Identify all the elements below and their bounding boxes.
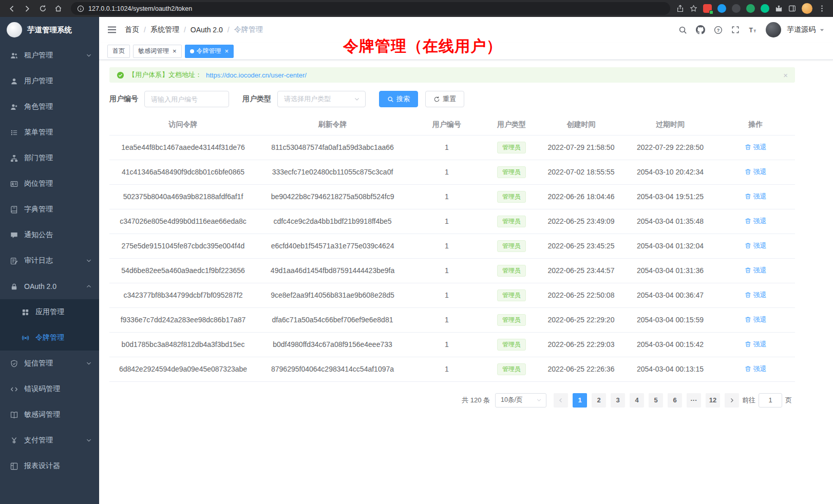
chevron-down-icon: [354, 96, 360, 102]
extension-badge: [709, 10, 713, 14]
sidebar-item-sms[interactable]: 短信管理: [0, 351, 99, 376]
sidebar-item-user[interactable]: 用户管理: [0, 68, 99, 94]
bookmark-star-icon[interactable]: [690, 5, 697, 12]
extension-icon-teal[interactable]: [761, 4, 769, 13]
extension-icon-blue[interactable]: [717, 4, 726, 13]
user-avatar[interactable]: [766, 22, 781, 37]
force-logout-button[interactable]: 强退: [745, 192, 767, 201]
sidebar-item-notice[interactable]: 通知公告: [0, 222, 99, 248]
breadcrumb-separator: /: [144, 26, 146, 34]
extension-icon-green[interactable]: [746, 4, 755, 13]
user-type-badge: 管理员: [497, 265, 526, 277]
home-button[interactable]: [51, 2, 65, 15]
force-logout-button[interactable]: 强退: [745, 340, 767, 349]
back-button[interactable]: [5, 2, 18, 15]
chevron-down-icon: [86, 258, 92, 264]
page-button-6[interactable]: 6: [668, 393, 682, 408]
expire-time-cell: 2054-03-04 01:35:48: [624, 209, 716, 234]
puzzle-icon[interactable]: [775, 5, 783, 12]
sidebar-item-pay[interactable]: 支付管理: [0, 428, 99, 453]
sidebar-item-oauth2-token[interactable]: 令牌管理: [0, 325, 99, 351]
page-size-select[interactable]: 10条/页: [495, 393, 546, 408]
browser-profile-avatar[interactable]: [802, 3, 812, 14]
forward-button[interactable]: [21, 2, 34, 15]
sidebar-item-menu[interactable]: 菜单管理: [0, 120, 99, 145]
extension-icon-dark[interactable]: [732, 4, 741, 13]
force-logout-button[interactable]: 强退: [745, 167, 767, 177]
force-logout-label: 强退: [753, 167, 767, 177]
menu-dots-icon[interactable]: [818, 5, 826, 12]
sidebar-item-post[interactable]: 岗位管理: [0, 171, 99, 197]
page-button-2[interactable]: 2: [592, 393, 606, 408]
search-icon[interactable]: [678, 26, 687, 34]
access-token-cell: 41c41346a548490f9dc8b01c6bfe0865: [109, 160, 257, 184]
breadcrumb-item[interactable]: OAuth 2.0: [191, 26, 223, 34]
tab-oauth2-token[interactable]: 令牌管理×: [185, 45, 234, 58]
sidebar-item-dept[interactable]: 部门管理: [0, 145, 99, 171]
table-row: c347026e805e4d99b0d116eae66eda8ccdfc4ce9…: [109, 209, 795, 234]
force-logout-button[interactable]: 强退: [745, 315, 767, 324]
page-button-4[interactable]: 4: [630, 393, 644, 408]
sidebar-item-dict[interactable]: 字典管理: [0, 197, 99, 222]
sidebar-item-sensitive-word[interactable]: 敏感词管理: [0, 402, 99, 428]
font-size-icon[interactable]: TT: [748, 26, 757, 34]
user-type-placeholder: 请选择用户类型: [284, 94, 331, 104]
sidebar-item-oauth2-app[interactable]: 应用管理: [0, 299, 99, 325]
next-page-button[interactable]: [725, 393, 739, 408]
url-bar[interactable]: 127.0.0.1:1024/system/oauth2/token: [71, 2, 670, 15]
force-logout-button[interactable]: 强退: [745, 241, 767, 250]
page-more-button[interactable]: ···: [687, 393, 701, 408]
sidebar-item-audit-log[interactable]: 审计日志: [0, 248, 99, 274]
extension-icon-red[interactable]: [703, 4, 712, 13]
force-logout-button[interactable]: 强退: [745, 290, 767, 300]
sidebar-item-role[interactable]: 角色管理: [0, 94, 99, 120]
goto-page-input[interactable]: [759, 393, 782, 408]
alert-text: 【用户体系】文档地址：: [128, 70, 202, 80]
close-icon[interactable]: ×: [173, 48, 177, 54]
username[interactable]: 芋道源码: [787, 25, 816, 34]
force-logout-button[interactable]: 强退: [745, 143, 767, 152]
close-icon[interactable]: ×: [783, 71, 788, 80]
force-logout-button[interactable]: 强退: [745, 364, 767, 374]
caret-down-icon[interactable]: [819, 27, 825, 33]
site-info-icon[interactable]: [77, 5, 84, 12]
reset-button[interactable]: 重置: [425, 91, 464, 107]
tab-home[interactable]: 首页: [107, 45, 130, 58]
sidebar-item-error-code[interactable]: 错误码管理: [0, 376, 99, 402]
breadcrumb-item[interactable]: 首页: [125, 25, 139, 34]
hamburger-icon[interactable]: [107, 25, 117, 34]
sidebar-item-report-designer[interactable]: 报表设计器: [0, 453, 99, 479]
page-button-3[interactable]: 3: [611, 393, 625, 408]
user-type-select[interactable]: 请选择用户类型: [277, 91, 366, 107]
share-icon[interactable]: [676, 5, 684, 12]
table-row: 275e5de9151045fe87cbdc395e004f4de6cfd40e…: [109, 234, 795, 258]
reload-button[interactable]: [36, 2, 49, 15]
tab-sensitive-word[interactable]: 敏感词管理×: [133, 45, 182, 58]
github-icon[interactable]: [696, 25, 705, 34]
create-time-cell: 2022-06-26 18:04:46: [538, 184, 624, 209]
prev-page-button[interactable]: [554, 393, 568, 408]
user-type-badge: 管理员: [497, 216, 526, 227]
sidebar-item-label: 部门管理: [24, 153, 53, 163]
sidebar-panel-icon[interactable]: [788, 5, 796, 12]
page-button-12[interactable]: 12: [706, 393, 720, 408]
page-button-5[interactable]: 5: [649, 393, 663, 408]
help-icon[interactable]: ?: [714, 26, 723, 34]
success-check-icon: [117, 71, 124, 79]
close-icon[interactable]: ×: [225, 48, 229, 54]
force-logout-button[interactable]: 强退: [745, 266, 767, 275]
search-button[interactable]: 搜索: [379, 91, 418, 107]
expire-time-cell: 2054-03-04 19:51:25: [624, 184, 716, 209]
fullscreen-icon[interactable]: [731, 26, 740, 34]
sidebar-item-tenant[interactable]: 租户管理: [0, 43, 99, 68]
alert-link[interactable]: https://doc.iocoder.cn/user-center/: [206, 71, 307, 79]
tree-icon: [10, 154, 18, 162]
user-id-input[interactable]: [144, 91, 229, 107]
force-logout-button[interactable]: 强退: [745, 217, 767, 226]
browser-toolbar: 127.0.0.1:1024/system/oauth2/token: [0, 0, 833, 17]
sidebar-item-oauth2[interactable]: OAuth 2.0: [0, 274, 99, 299]
refresh-token-cell: be90422b8c7946218275a508bf524fc9: [257, 184, 408, 209]
page-button-1[interactable]: 1: [573, 393, 587, 408]
breadcrumb-item[interactable]: 系统管理: [150, 25, 179, 34]
table-row: 54d6be82ee5a460a9aedc1f9bf22365649d1aa46…: [109, 258, 795, 283]
